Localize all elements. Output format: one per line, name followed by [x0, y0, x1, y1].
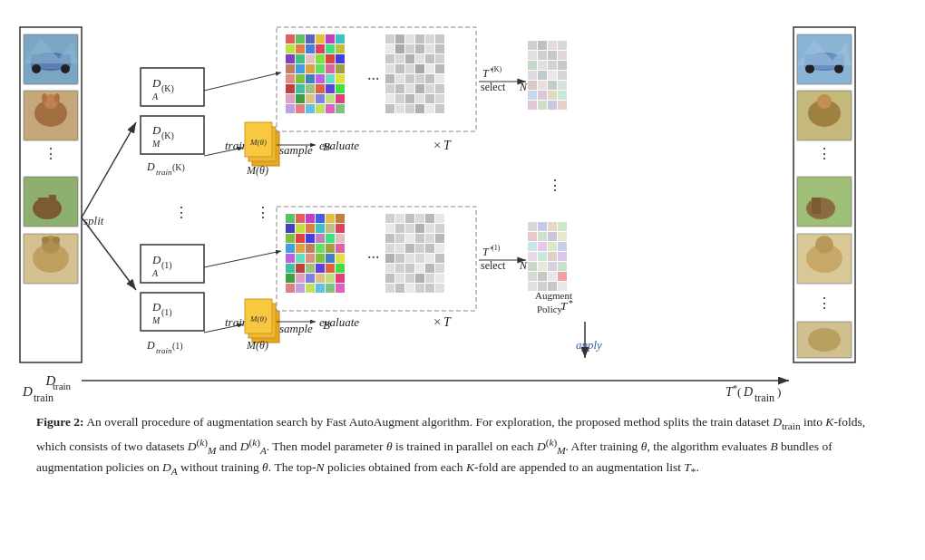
svg-rect-251: [336, 264, 345, 273]
svg-rect-274: [385, 224, 394, 233]
svg-rect-116: [395, 44, 404, 53]
svg-rect-298: [385, 264, 394, 273]
caption-text: An overall procedure of augmentation sea…: [36, 415, 865, 474]
svg-rect-165: [548, 41, 557, 50]
svg-rect-241: [296, 254, 305, 263]
svg-rect-177: [548, 71, 557, 80]
main-container: ⋮ D train split D (K): [0, 0, 925, 560]
svg-rect-287: [395, 244, 404, 253]
svg-text:M(θ): M(θ): [249, 314, 267, 323]
svg-rect-220: [326, 214, 335, 223]
svg-rect-228: [286, 234, 295, 243]
svg-rect-338: [528, 262, 537, 271]
svg-rect-240: [286, 254, 295, 263]
svg-text:M: M: [151, 315, 161, 325]
svg-rect-304: [385, 274, 394, 283]
svg-point-15: [42, 93, 47, 102]
svg-rect-272: [425, 214, 434, 223]
svg-text:(1): (1): [492, 244, 501, 252]
svg-text:A: A: [151, 92, 159, 101]
svg-rect-223: [296, 224, 305, 233]
svg-rect-242: [306, 254, 315, 263]
svg-text:D: D: [151, 123, 161, 137]
svg-rect-301: [415, 264, 424, 273]
svg-rect-288: [405, 244, 414, 253]
svg-rect-70: [296, 54, 305, 63]
svg-rect-310: [385, 284, 394, 293]
svg-rect-110: [395, 34, 404, 43]
svg-rect-66: [316, 44, 325, 53]
svg-rect-330: [528, 242, 537, 251]
svg-rect-175: [528, 71, 537, 80]
svg-rect-92: [336, 84, 345, 93]
svg-rect-259: [296, 284, 305, 293]
svg-rect-243: [316, 254, 325, 263]
svg-rect-277: [415, 224, 424, 233]
svg-rect-286: [385, 244, 394, 253]
svg-rect-167: [528, 51, 537, 60]
svg-rect-89: [306, 84, 315, 93]
svg-rect-176: [538, 71, 547, 80]
svg-rect-314: [425, 284, 434, 293]
svg-rect-322: [528, 222, 537, 231]
svg-text:×: ×: [433, 314, 441, 329]
svg-rect-86: [336, 74, 345, 83]
svg-rect-124: [415, 54, 424, 63]
svg-rect-332: [548, 242, 557, 251]
svg-rect-168: [538, 51, 547, 60]
svg-rect-100: [296, 104, 305, 113]
svg-rect-61: [326, 34, 335, 43]
svg-text:T: T: [443, 139, 452, 152]
svg-rect-237: [316, 244, 325, 253]
svg-rect-138: [435, 74, 444, 83]
svg-rect-60: [316, 34, 325, 43]
svg-rect-77: [306, 64, 315, 73]
svg-text:⋮: ⋮: [548, 178, 562, 193]
svg-rect-335: [538, 252, 547, 261]
svg-rect-313: [415, 284, 424, 293]
svg-point-377: [817, 94, 832, 109]
svg-text:M(θ): M(θ): [246, 164, 268, 177]
svg-rect-273: [435, 214, 444, 223]
svg-rect-280: [385, 234, 394, 243]
svg-rect-324: [548, 222, 557, 231]
svg-text:train: train: [156, 346, 172, 355]
svg-rect-181: [548, 81, 557, 90]
svg-rect-291: [435, 244, 444, 253]
svg-rect-221: [336, 214, 345, 223]
svg-rect-217: [296, 214, 305, 223]
svg-rect-252: [286, 274, 295, 283]
svg-text:⋮: ⋮: [44, 146, 58, 161]
svg-rect-65: [306, 44, 315, 53]
svg-rect-244: [326, 254, 335, 263]
svg-point-386: [815, 236, 833, 254]
svg-rect-164: [538, 41, 547, 50]
svg-text:⋮: ⋮: [256, 205, 270, 220]
svg-rect-178: [558, 71, 567, 80]
svg-text:apply: apply: [576, 338, 602, 352]
svg-rect-63: [286, 44, 295, 53]
svg-rect-284: [425, 234, 434, 243]
svg-rect-131: [425, 64, 434, 73]
svg-rect-126: [435, 54, 444, 63]
svg-rect-328: [548, 232, 557, 241]
svg-rect-113: [425, 34, 434, 43]
svg-text:D: D: [22, 384, 33, 399]
svg-rect-112: [415, 34, 424, 43]
svg-text:×: ×: [433, 138, 441, 152]
svg-rect-114: [435, 34, 444, 43]
svg-text:⋮: ⋮: [817, 295, 832, 311]
svg-text:(K): (K): [492, 65, 501, 73]
svg-rect-275: [395, 224, 404, 233]
svg-rect-119: [425, 44, 434, 53]
svg-rect-222: [286, 224, 295, 233]
svg-rect-257: [336, 274, 345, 283]
svg-rect-186: [558, 91, 567, 100]
svg-rect-189: [548, 101, 557, 110]
svg-rect-233: [336, 234, 345, 243]
svg-rect-342: [528, 272, 537, 281]
svg-rect-235: [296, 244, 305, 253]
svg-rect-247: [296, 264, 305, 273]
svg-rect-73: [326, 54, 335, 63]
svg-rect-187: [528, 101, 537, 110]
